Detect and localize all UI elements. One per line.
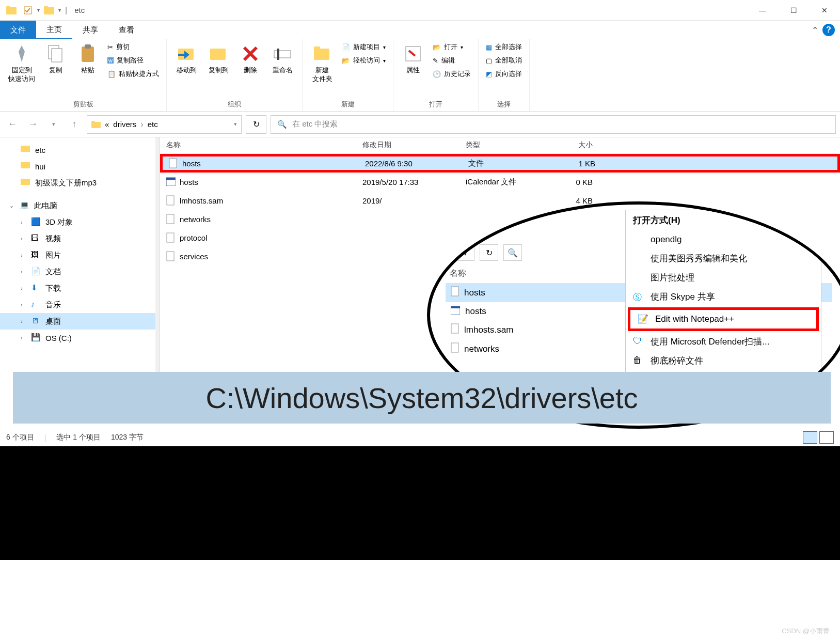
chevron-right-icon[interactable]: › [21, 236, 27, 242]
tab-home[interactable]: 主页 [36, 21, 72, 39]
pin-quickaccess-button[interactable]: 固定到 快速访问 [5, 41, 38, 86]
back-button[interactable]: ← [4, 116, 21, 133]
new-folder-button[interactable]: 新建 文件夹 [308, 41, 337, 86]
paste-button[interactable]: 粘贴 [73, 41, 102, 77]
refresh-button[interactable]: ↻ [246, 115, 266, 134]
breadcrumb[interactable]: « [105, 120, 109, 129]
rename-button[interactable]: 重命名 [268, 41, 297, 77]
icons-view-button[interactable] [819, 431, 834, 444]
file-name: hosts [464, 288, 485, 298]
file-date: 2022/8/6 9:30 [359, 159, 462, 168]
menu-tabs: 文件 主页 共享 查看 ⌃ ? [0, 21, 840, 39]
chevron-right-icon[interactable]: › [21, 252, 27, 258]
black-bar [0, 446, 840, 560]
column-header-type[interactable]: 类型 [459, 137, 547, 153]
quick-access-toolbar: ▾ ▾ | etc [0, 3, 89, 18]
delete-button[interactable]: 删除 [236, 41, 265, 77]
ribbon-group-open: 属性 📂打开▾ ✎编辑 🕑历史记录 打开 [393, 39, 479, 111]
chevron-right-icon[interactable]: › [21, 302, 27, 308]
copy-path-button[interactable]: w复制路径 [105, 55, 161, 66]
zoom-refresh-button[interactable]: ↻ [480, 244, 498, 261]
details-view-button[interactable] [803, 431, 817, 444]
tree-item-downloads[interactable]: ›⬇下载 [0, 280, 160, 296]
select-none-button[interactable]: ▢全部取消 [484, 55, 524, 66]
minimize-button[interactable]: — [747, 0, 778, 21]
ctx-item-shred[interactable]: 🗑彻底粉碎文件 [626, 351, 821, 370]
breadcrumb[interactable]: etc [148, 120, 158, 129]
up-button[interactable]: ↑ [66, 116, 83, 133]
ribbon: 固定到 快速访问 复制 粘贴 ✂剪切 w复制路径 📋粘贴快捷方式 剪贴板 移动到 [0, 39, 840, 112]
tree-item-video[interactable]: ›🎞视频 [0, 230, 160, 247]
chevron-right-icon[interactable]: › [21, 285, 27, 291]
file-row[interactable]: lmhosts.sam2019/4 KB [160, 191, 840, 210]
file-name: lmhosts.sam [180, 196, 223, 205]
chevron-right-icon[interactable]: › [21, 219, 27, 225]
breadcrumb[interactable]: drivers [113, 120, 136, 129]
chevron-right-icon[interactable]: › [21, 318, 27, 324]
qat-dropdown-icon[interactable]: ▾ [37, 7, 40, 13]
tree-item-mp3[interactable]: 初级课文下册mp3 [0, 175, 160, 191]
ctx-item-batch[interactable]: 图片批处理 [626, 268, 821, 287]
ctx-item-defender[interactable]: 🛡使用 Microsoft Defender扫描... [626, 332, 821, 351]
tree-item-desktop[interactable]: ›🖥桌面 [0, 313, 160, 330]
history-button[interactable]: 🕑历史记录 [431, 68, 473, 80]
moveto-button[interactable]: 移动到 [172, 41, 201, 77]
new-item-button[interactable]: 📄新建项目▾ [340, 41, 388, 53]
tree-item-music[interactable]: ›♪音乐 [0, 296, 160, 313]
ctx-item-meitu[interactable]: 使用美图秀秀编辑和美化 [626, 249, 821, 268]
tab-view[interactable]: 查看 [108, 21, 145, 39]
select-all-button[interactable]: ▦全部选择 [484, 41, 524, 53]
ribbon-group-select: ▦全部选择 ▢全部取消 ◩反向选择 选择 [479, 39, 530, 111]
search-input[interactable]: 🔍 在 etc 中搜索 [271, 115, 836, 134]
qat-dropdown-icon[interactable]: ▾ [58, 7, 61, 13]
column-header-name[interactable]: 名称 [160, 137, 356, 153]
chevron-right-icon[interactable]: › [21, 269, 27, 275]
chevron-down-icon[interactable]: ⌄ [9, 202, 15, 209]
chevron-right-icon[interactable]: › [140, 120, 143, 129]
tree-item-etc[interactable]: etc [0, 142, 160, 158]
tab-share[interactable]: 共享 [72, 21, 108, 39]
file-row[interactable]: hosts2019/5/20 17:33iCalendar 文件0 KB [160, 173, 840, 191]
address-bar[interactable]: « drivers › etc ▾ [87, 115, 242, 134]
copyto-button[interactable]: 复制到 [204, 41, 233, 77]
ctx-item-notepadpp[interactable]: 📝Edit with Notepad++ [628, 307, 819, 331]
recent-dropdown-icon[interactable]: ▾ [45, 116, 62, 133]
zoom-search-button[interactable]: 🔍 [503, 244, 522, 261]
column-header-date[interactable]: 修改日期 [356, 137, 459, 153]
tree-item-documents[interactable]: ›📄文档 [0, 263, 160, 280]
close-button[interactable]: ✕ [809, 0, 840, 21]
paste-shortcut-button[interactable]: 📋粘贴快捷方式 [105, 68, 161, 80]
svg-rect-19 [21, 162, 30, 168]
copy-button[interactable]: 复制 [41, 41, 70, 77]
shortcut-icon: 📋 [107, 70, 116, 78]
shred-icon: 🗑 [633, 355, 644, 367]
edit-button[interactable]: ✎编辑 [431, 55, 473, 66]
tree-item-pictures[interactable]: ›🖼图片 [0, 247, 160, 263]
help-button[interactable]: ? [822, 24, 835, 36]
tree-item-thispc[interactable]: ⌄💻此电脑 [0, 197, 160, 214]
navigation-bar: ← → ▾ ↑ « drivers › etc ▾ ↻ 🔍 在 etc 中搜索 [0, 112, 840, 137]
tab-file[interactable]: 文件 [0, 21, 36, 39]
selectnone-icon: ▢ [486, 57, 492, 65]
tree-item-osc[interactable]: ›💾OS (C:) [0, 330, 160, 346]
open-button[interactable]: 📂打开▾ [431, 41, 473, 53]
properties-button[interactable]: 属性 [399, 41, 427, 77]
easy-access-button[interactable]: 📂轻松访问▾ [340, 55, 388, 66]
svg-rect-3 [44, 7, 54, 14]
tree-item-hui[interactable]: hui [0, 158, 160, 175]
cube-icon: 🟦 [31, 217, 41, 227]
tree-item-3dobjects[interactable]: ›🟦3D 对象 [0, 214, 160, 230]
invert-selection-button[interactable]: ◩反向选择 [484, 68, 524, 80]
file-row[interactable]: hosts2022/8/6 9:30文件1 KB [160, 154, 840, 173]
chevron-down-icon[interactable]: ▾ [234, 121, 237, 128]
music-icon: ♪ [31, 300, 41, 310]
checkbox-icon[interactable] [21, 3, 35, 18]
ctx-item-skype[interactable]: Ⓢ使用 Skype 共享 [626, 287, 821, 306]
pictures-icon: 🖼 [31, 250, 41, 260]
collapse-ribbon-icon[interactable]: ⌃ [812, 25, 818, 35]
cut-button[interactable]: ✂剪切 [105, 41, 161, 53]
column-header-size[interactable]: 大小 [547, 137, 599, 153]
chevron-right-icon[interactable]: › [21, 335, 27, 341]
forward-button[interactable]: → [25, 116, 41, 133]
maximize-button[interactable]: ☐ [778, 0, 809, 21]
